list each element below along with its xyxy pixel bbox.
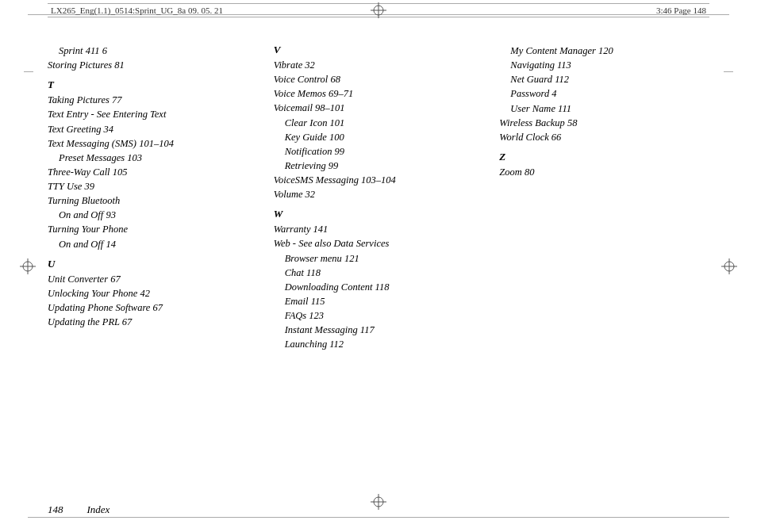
section-u: U [48, 258, 258, 270]
left-margin-mark [24, 71, 33, 72]
header-crosshair-icon [371, 2, 386, 18]
entry-key-guide: Key Guide 100 [274, 130, 484, 144]
entry-clear-icon: Clear Icon 101 [274, 116, 484, 130]
entry-unit-converter: Unit Converter 67 [48, 272, 258, 286]
right-margin-mark [724, 71, 733, 72]
entry-web: Web - See also Data Services [274, 236, 484, 251]
entry-my-content-manager: My Content Manager 120 [499, 44, 709, 58]
entry-voice-control: Voice Control 68 [274, 72, 484, 86]
entry-text-messaging: Text Messaging (SMS) 101–104 [48, 136, 258, 151]
section-v: V [274, 44, 484, 56]
header-bar: LX265_Eng(1.1)_0514:Sprint_UG_8a 09. 05.… [48, 3, 709, 17]
section-t: T [48, 78, 258, 91]
left-crosshair-icon [20, 258, 36, 274]
column-3: My Content Manager 120 Navigating 113 Ne… [499, 44, 709, 484]
entry-username: User Name 111 [499, 101, 709, 116]
right-crosshair-svg [721, 258, 737, 274]
entry-warranty: Warranty 141 [274, 222, 484, 236]
entry-voicesms: VoiceSMS Messaging 103–104 [274, 173, 484, 187]
entry-tty-use: TTY Use 39 [48, 179, 258, 193]
entry-retrieving: Retrieving 99 [274, 159, 484, 173]
entry-instant-messaging: Instant Messaging 117 [274, 323, 484, 337]
column-2: V Vibrate 32 Voice Control 68 Voice Memo… [274, 44, 500, 484]
entry-storing-pictures: Storing Pictures 81 [48, 58, 258, 72]
entry-volume: Volume 32 [274, 187, 484, 201]
left-crosshair-svg [20, 258, 36, 274]
entry-updating-prl: Updating the PRL 67 [48, 315, 258, 329]
entry-wireless-backup: Wireless Backup 58 [499, 116, 709, 130]
entry-phone-on-off: On and Off 14 [48, 237, 258, 251]
entry-chat: Chat 118 [274, 266, 484, 280]
entry-sprint411: Sprint 411 6 [48, 44, 258, 58]
entry-password: Password 4 [499, 86, 709, 101]
section-label: Index [87, 503, 110, 516]
entry-text-greeting: Text Greeting 34 [48, 122, 258, 136]
entry-bluetooth-on-off: On and Off 93 [48, 208, 258, 222]
entry-updating-software: Updating Phone Software 67 [48, 300, 258, 315]
entry-preset-messages: Preset Messages 103 [48, 151, 258, 165]
entry-launching: Launching 112 [274, 337, 484, 351]
bottom-crosshair-svg [371, 494, 386, 510]
column-1: Sprint 411 6 Storing Pictures 81 T Takin… [48, 44, 274, 484]
section-w: W [274, 208, 484, 220]
entry-turning-bluetooth: Turning Bluetooth [48, 193, 258, 208]
section-z: Z [499, 151, 709, 163]
entry-taking-pictures: Taking Pictures 77 [48, 93, 258, 107]
entry-turning-your-phone: Turning Your Phone [48, 222, 258, 236]
entry-browser-menu: Browser menu 121 [274, 251, 484, 266]
entry-navigating: Navigating 113 [499, 58, 709, 72]
entry-notification: Notification 99 [274, 144, 484, 159]
entry-vibrate: Vibrate 32 [274, 58, 484, 72]
bottom-crosshair-icon [371, 494, 386, 510]
right-crosshair-icon [721, 258, 737, 274]
entry-downloading: Downloading Content 118 [274, 280, 484, 294]
entry-email: Email 115 [274, 294, 484, 308]
content-area: Sprint 411 6 Storing Pictures 81 T Takin… [48, 44, 709, 484]
bottom-border [28, 517, 729, 518]
entry-voicemail: Voicemail 98–101 [274, 101, 484, 115]
page: LX265_Eng(1.1)_0514:Sprint_UG_8a 09. 05.… [0, 0, 757, 532]
entry-net-guard: Net Guard 112 [499, 72, 709, 86]
entry-three-way-call: Three-Way Call 105 [48, 165, 258, 179]
entry-text-entry: Text Entry - See Entering Text [48, 107, 258, 121]
entry-faqs: FAQs 123 [274, 308, 484, 323]
entry-voice-memos: Voice Memos 69–71 [274, 86, 484, 101]
header-right: 3:46 Page 148 [656, 6, 706, 15]
entry-world-clock: World Clock 66 [499, 130, 709, 144]
entry-zoom: Zoom 80 [499, 165, 709, 179]
entry-unlocking-phone: Unlocking Your Phone 42 [48, 286, 258, 300]
crosshair-svg [371, 2, 386, 18]
header-left: LX265_Eng(1.1)_0514:Sprint_UG_8a 09. 05.… [51, 6, 223, 15]
page-number: 148 [48, 503, 63, 516]
